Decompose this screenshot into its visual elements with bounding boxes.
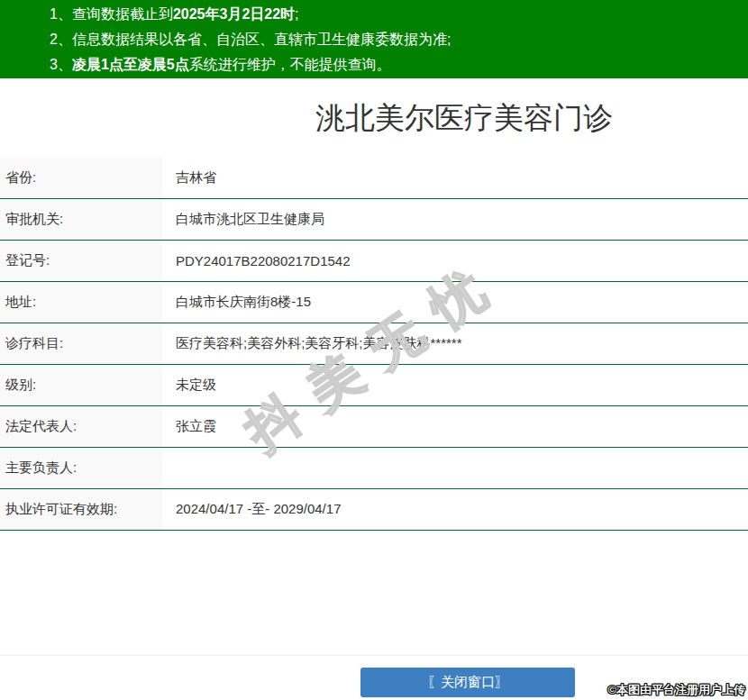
row-value: 未定级 <box>162 365 748 405</box>
notice-text: 查询数据截止到 <box>72 6 173 22</box>
table-row-main-person-in-charge: 主要负责人: <box>0 448 748 489</box>
page-title: 洮北美尔医疗美容门诊 <box>180 102 748 134</box>
notice-banner: 1、查询数据截止到2025年3月2日22时; 2、信息数据结果以各省、自治区、直… <box>0 0 748 78</box>
row-label: 诊疗科目: <box>0 323 162 364</box>
notice-text: 系统进行维护，不能提供查询。 <box>189 57 391 72</box>
notice-number: 2、 <box>50 32 72 47</box>
row-value: 吉林省 <box>162 158 748 198</box>
row-value: 2024/04/17 -至- 2029/04/17 <box>162 489 748 530</box>
row-label: 主要负责人: <box>0 448 162 488</box>
copyright-stamp: ©本图由平台注册用户上传 <box>607 682 745 698</box>
notice-line-2: 2、信息数据结果以各省、自治区、直辖市卫生健康委数据为准; <box>50 27 739 52</box>
notice-text: 信息数据结果以各省、自治区、直辖市卫生健康委数据为准; <box>72 32 451 47</box>
row-value: 白城市长庆南街8楼-15 <box>162 282 748 323</box>
notice-number: 1、 <box>50 6 72 22</box>
table-row-address: 地址: 白城市长庆南街8楼-15 <box>0 282 748 323</box>
row-value: 张立霞 <box>162 406 748 447</box>
row-label: 执业许可证有效期: <box>0 489 162 530</box>
row-value <box>162 448 748 488</box>
table-row-legal-representative: 法定代表人: 张立霞 <box>0 406 748 448</box>
table-row-province: 省份: 吉林省 <box>0 158 748 199</box>
notice-bold-text: 2025年3月2日22时 <box>173 6 295 22</box>
notice-line-1: 1、查询数据截止到2025年3月2日22时; <box>50 2 739 27</box>
row-label: 地址: <box>0 282 162 323</box>
row-label: 审批机关: <box>0 199 162 240</box>
row-label: 登记号: <box>0 241 162 281</box>
table-row-level: 级别: 未定级 <box>0 365 748 406</box>
query-result-page: 1、查询数据截止到2025年3月2日22时; 2、信息数据结果以各省、自治区、直… <box>0 0 748 700</box>
license-info-table: 省份: 吉林省 审批机关: 白城市洮北区卫生健康局 登记号: PDY24017B… <box>0 158 748 531</box>
row-label: 省份: <box>0 158 162 198</box>
footer-divider <box>0 655 748 656</box>
close-window-button[interactable]: 〖关闭窗口〗 <box>360 668 575 697</box>
table-row-treatment-subjects: 诊疗科目: 医疗美容科;美容外科;美容牙科;美容皮肤科****** <box>0 323 748 365</box>
row-value: PDY24017B22080217D1542 <box>162 241 748 281</box>
notice-bold-text: 凌晨1点至凌晨5点 <box>72 57 189 72</box>
notice-text: ; <box>295 6 298 22</box>
table-row-license-validity: 执业许可证有效期: 2024/04/17 -至- 2029/04/17 <box>0 489 748 531</box>
title-area: 洮北美尔医疗美容门诊 <box>0 78 748 134</box>
row-value: 医疗美容科;美容外科;美容牙科;美容皮肤科****** <box>162 323 748 364</box>
notice-number: 3、 <box>50 57 72 72</box>
row-label: 级别: <box>0 365 162 405</box>
notice-line-3: 3、凌晨1点至凌晨5点系统进行维护，不能提供查询。 <box>50 52 739 77</box>
row-label: 法定代表人: <box>0 406 162 447</box>
row-value: 白城市洮北区卫生健康局 <box>162 199 748 240</box>
table-row-approval-authority: 审批机关: 白城市洮北区卫生健康局 <box>0 199 748 241</box>
table-row-registration-number: 登记号: PDY24017B22080217D1542 <box>0 241 748 282</box>
